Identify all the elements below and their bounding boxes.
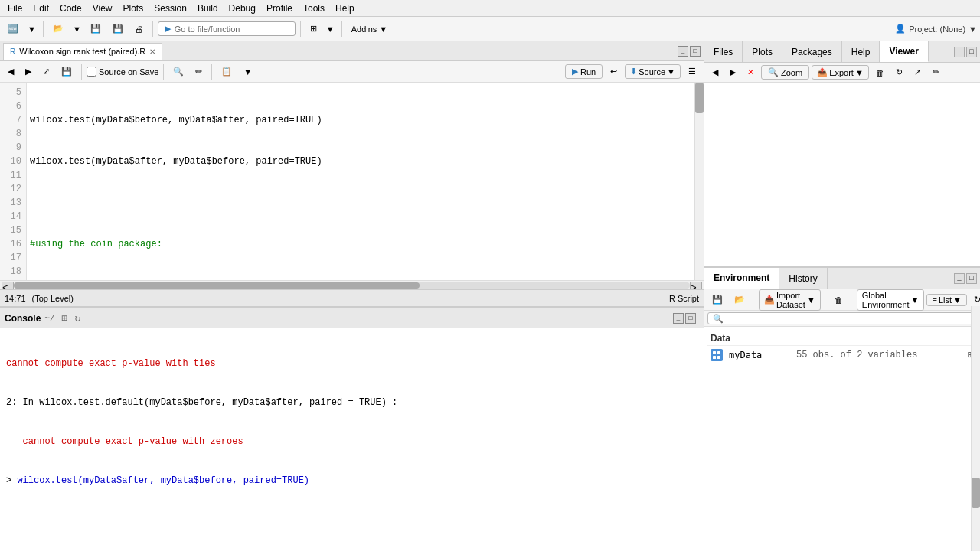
tab-viewer[interactable]: Viewer	[880, 41, 928, 62]
zoom-button[interactable]: 🔍 Zoom	[761, 65, 809, 80]
open-file-button[interactable]: 📂	[48, 21, 68, 36]
save-env-button[interactable]: 💾	[707, 293, 727, 306]
menu-file[interactable]: File	[3, 2, 27, 15]
grid-view-button[interactable]: ⊞	[305, 21, 322, 36]
save-file-button[interactable]: 💾	[86, 21, 106, 36]
console-maximize-button[interactable]: □	[685, 313, 696, 324]
editor-tab-wilcoxon[interactable]: R Wilcoxon sign rank test (paired).R ✕	[3, 43, 162, 60]
code-tools-button[interactable]: ✏	[191, 65, 207, 78]
open-dropdown[interactable]: ▼	[70, 24, 83, 34]
scrollbar-track[interactable]	[14, 282, 690, 289]
list-label: List	[939, 295, 952, 305]
menu-plots[interactable]: Plots	[119, 2, 149, 15]
list-icon: ≡	[932, 295, 936, 305]
editor-horizontal-scrollbar[interactable]: < >	[0, 280, 704, 289]
back-button[interactable]: ◀	[3, 65, 18, 78]
viewer-open-browser-button[interactable]: ↗	[910, 66, 926, 79]
close-tab-button[interactable]: ✕	[149, 47, 155, 56]
env-search-input[interactable]	[707, 312, 977, 324]
code-editor[interactable]: 5 6 7 8 9 10 11 12 13 14 15 16 17 18 wil…	[0, 83, 704, 280]
save-editor-button[interactable]: 💾	[57, 65, 77, 78]
options-button[interactable]: ☰	[684, 64, 701, 79]
re-run-button[interactable]: ↩	[606, 64, 622, 79]
export-button[interactable]: 📤 Export ▼	[812, 65, 869, 80]
line-numbers: 5 6 7 8 9 10 11 12 13 14 15 16 17 18	[0, 83, 27, 280]
list-button[interactable]: ≡ List ▼	[926, 294, 966, 306]
menu-profile[interactable]: Profile	[262, 2, 297, 15]
print-button[interactable]: 🖨	[130, 22, 148, 36]
tab-plots[interactable]: Plots	[743, 41, 782, 62]
viewer-clear-button[interactable]: 🗑	[871, 67, 889, 79]
console-icon2[interactable]: ↻	[74, 312, 80, 324]
load-env-button[interactable]: 📂	[730, 293, 750, 306]
import-label: Import Dataset	[776, 291, 805, 309]
data-row-mydata[interactable]: myData 55 obs. of 2 variables ⊞	[707, 346, 977, 364]
right-bottom-maximize[interactable]: □	[966, 273, 977, 284]
tab-files[interactable]: Files	[704, 41, 743, 62]
source-on-save-input[interactable]	[87, 67, 96, 77]
menu-build[interactable]: Build	[193, 2, 223, 15]
compile-button[interactable]: 📋	[217, 65, 237, 78]
menu-view[interactable]: View	[88, 2, 117, 15]
menu-debug[interactable]: Debug	[224, 2, 260, 15]
menu-code[interactable]: Code	[55, 2, 87, 15]
viewer-back-button[interactable]: ◀	[707, 66, 723, 79]
sep3	[300, 21, 301, 37]
viewer-refresh-button[interactable]: ↻	[891, 66, 907, 79]
save-all-button[interactable]: 💾	[108, 21, 128, 36]
right-top-panel: Files Plots Packages Help Viewer _ □ ◀ ▶…	[704, 41, 980, 268]
new-file-button[interactable]: 🆕	[3, 21, 23, 36]
right-top-minimize[interactable]: _	[954, 47, 965, 57]
editor-maximize-button[interactable]: □	[690, 46, 701, 57]
editor-scrollbar-thumb[interactable]	[695, 83, 704, 113]
menu-session[interactable]: Session	[149, 2, 191, 15]
sep-ed2	[163, 64, 164, 80]
import-arrow-icon: ▼	[807, 295, 815, 305]
addins-button[interactable]: Addins ▼	[347, 22, 393, 36]
knit-button[interactable]: ▼	[239, 66, 256, 78]
scrollbar-thumb[interactable]	[14, 282, 420, 289]
menu-edit[interactable]: Edit	[28, 2, 54, 15]
source-button[interactable]: ⬇ Source ▼	[625, 64, 681, 79]
right-top-maximize[interactable]: □	[966, 47, 977, 57]
cursor-position: 14:71	[5, 294, 26, 303]
code-level: (Top Level)	[32, 294, 74, 303]
refresh-env-button[interactable]: ↻	[969, 293, 980, 306]
right-bottom-minimize[interactable]: _	[954, 273, 965, 284]
show-in-window-button[interactable]: ⤢	[38, 65, 54, 78]
editor-minimize-button[interactable]: _	[678, 46, 688, 57]
tab-environment[interactable]: Environment	[704, 268, 779, 289]
source-on-save-checkbox[interactable]: Source on Save	[87, 67, 158, 77]
menu-help[interactable]: Help	[331, 2, 359, 15]
run-source-area: ▶ Run ↩ ⬇ Source ▼ ☰	[565, 64, 701, 79]
new-file-dropdown[interactable]: ▼	[25, 24, 38, 34]
console-content[interactable]: cannot compute exact p-value with ties 2…	[0, 328, 704, 551]
import-dataset-button[interactable]: 📥 Import Dataset ▼	[759, 289, 821, 311]
editor-vertical-scrollbar[interactable]	[694, 83, 704, 280]
global-env-selector[interactable]: Global Environment ▼	[857, 289, 925, 311]
tab-packages[interactable]: Packages	[782, 41, 842, 62]
scroll-right-button[interactable]: >	[690, 282, 702, 289]
grid-dropdown[interactable]: ▼	[324, 24, 337, 34]
clear-env-button[interactable]: 🗑	[830, 294, 848, 306]
viewer-forward-button[interactable]: ▶	[725, 66, 740, 79]
new-file-icon: 🆕	[8, 24, 18, 34]
env-content: Data myData 55 obs. of 2 variables ⊞	[704, 327, 980, 551]
run-button[interactable]: ▶ Run	[565, 64, 603, 79]
viewer-stop-button[interactable]: ✕	[743, 66, 759, 79]
menu-tools[interactable]: Tools	[299, 2, 329, 15]
forward-button[interactable]: ▶	[21, 65, 36, 78]
scroll-left-button[interactable]: <	[2, 282, 14, 289]
console-minimize-button[interactable]: _	[673, 313, 684, 324]
zoom-label: Zoom	[781, 68, 802, 77]
project-selector[interactable]: 👤 Project: (None) ▼	[895, 24, 977, 34]
code-content[interactable]: wilcox.test(myData$before, myData$after,…	[27, 83, 694, 280]
console-tab-label[interactable]: Console	[5, 313, 41, 324]
addins-label: Addins	[351, 24, 377, 34]
search-editor-button[interactable]: 🔍	[168, 65, 188, 78]
viewer-options-button[interactable]: ✏	[928, 66, 944, 79]
tab-help[interactable]: Help	[842, 41, 880, 62]
go-to-file-input[interactable]: ▶ Go to file/function	[158, 21, 296, 36]
tab-history[interactable]: History	[779, 268, 827, 289]
console-icon1[interactable]: ⊞	[62, 312, 68, 324]
